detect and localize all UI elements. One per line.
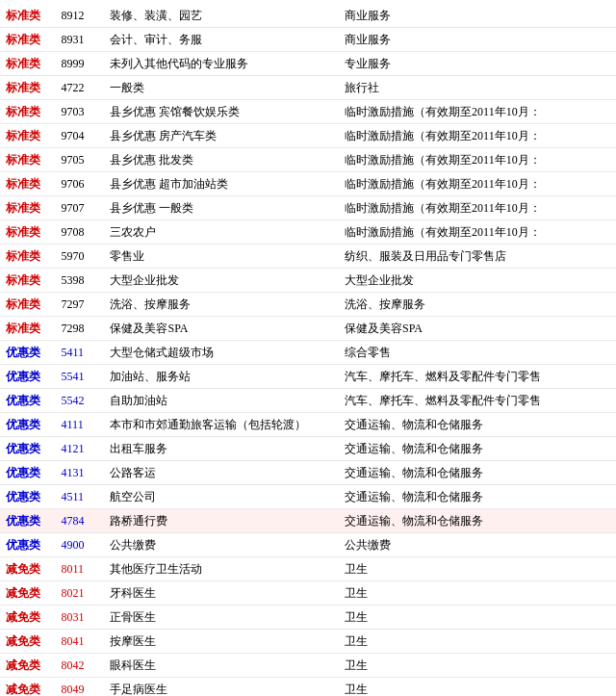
desc-cell: 卫生 <box>339 606 616 630</box>
table-row: 标准类 7298 保健及美容SPA 保健及美容SPA <box>0 317 616 341</box>
name-cell: 手足病医生 <box>104 678 339 697</box>
desc-cell: 临时激励措施（有效期至2011年10月： <box>339 196 616 220</box>
code-cell: 8021 <box>56 581 105 606</box>
desc-cell: 临时激励措施（有效期至2011年10月： <box>339 124 616 148</box>
type-cell: 标准类 <box>0 317 56 341</box>
code-cell: 9704 <box>56 124 105 148</box>
type-cell: 标准类 <box>0 172 56 196</box>
name-cell: 正骨医生 <box>104 606 339 630</box>
code-cell: 7298 <box>56 317 105 341</box>
code-cell: 4131 <box>56 461 105 485</box>
type-cell: 减免类 <box>0 557 56 581</box>
table-row: 标准类 5398 大型企业批发 大型企业批发 <box>0 269 616 293</box>
code-cell: 5970 <box>56 245 105 269</box>
code-cell: 9707 <box>56 196 105 220</box>
type-cell: 标准类 <box>0 124 56 148</box>
name-cell: 公路客运 <box>104 461 339 485</box>
code-cell: 8049 <box>56 678 105 697</box>
data-table: 标准类 8912 装修、装潢、园艺 商业服务 标准类 8931 会计、审计、务服… <box>0 4 616 696</box>
main-container: 标准类 8912 装修、装潢、园艺 商业服务 标准类 8931 会计、审计、务服… <box>0 0 616 696</box>
code-cell: 8931 <box>56 28 105 52</box>
type-cell: 减免类 <box>0 630 56 654</box>
name-cell: 公共缴费 <box>104 533 339 557</box>
name-cell: 一般类 <box>104 76 339 100</box>
type-cell: 减免类 <box>0 606 56 630</box>
table-row: 标准类 7297 洗浴、按摩服务 洗浴、按摩服务 <box>0 293 616 317</box>
name-cell: 三农农户 <box>104 220 339 245</box>
desc-cell: 商业服务 <box>339 4 616 28</box>
type-cell: 标准类 <box>0 4 56 28</box>
desc-cell: 交通运输、物流和仓储服务 <box>339 413 616 437</box>
desc-cell: 旅行社 <box>339 76 616 100</box>
table-row: 标准类 4722 一般类 旅行社 <box>0 76 616 100</box>
type-cell: 优惠类 <box>0 509 56 533</box>
name-cell: 其他医疗卫生活动 <box>104 557 339 581</box>
table-row: 减免类 8011 其他医疗卫生活动 卫生 <box>0 557 616 581</box>
code-cell: 9703 <box>56 100 105 124</box>
desc-cell: 交通运输、物流和仓储服务 <box>339 485 616 509</box>
name-cell: 航空公司 <box>104 485 339 509</box>
type-cell: 优惠类 <box>0 413 56 437</box>
name-cell: 县乡优惠 超市加油站类 <box>104 172 339 196</box>
name-cell: 未列入其他代码的专业服务 <box>104 52 339 76</box>
code-cell: 8912 <box>56 4 105 28</box>
name-cell: 县乡优惠 宾馆餐饮娱乐类 <box>104 100 339 124</box>
code-cell: 4121 <box>56 437 105 461</box>
type-cell: 优惠类 <box>0 533 56 557</box>
code-cell: 4511 <box>56 485 105 509</box>
type-cell: 优惠类 <box>0 365 56 389</box>
desc-cell: 临时激励措施（有效期至2011年10月： <box>339 100 616 124</box>
desc-cell: 汽车、摩托车、燃料及零配件专门零售 <box>339 365 616 389</box>
name-cell: 县乡优惠 房产汽车类 <box>104 124 339 148</box>
table-row: 优惠类 4131 公路客运 交通运输、物流和仓储服务 <box>0 461 616 485</box>
name-cell: 县乡优惠 一般类 <box>104 196 339 220</box>
type-cell: 优惠类 <box>0 437 56 461</box>
table-row: 标准类 9707 县乡优惠 一般类 临时激励措施（有效期至2011年10月： <box>0 196 616 220</box>
type-cell: 优惠类 <box>0 485 56 509</box>
code-cell: 8031 <box>56 606 105 630</box>
table-row: 优惠类 4784 路桥通行费 交通运输、物流和仓储服务 <box>0 509 616 533</box>
type-cell: 优惠类 <box>0 389 56 413</box>
desc-cell: 卫生 <box>339 678 616 697</box>
desc-cell: 洗浴、按摩服务 <box>339 293 616 317</box>
code-cell: 9708 <box>56 220 105 245</box>
code-cell: 4722 <box>56 76 105 100</box>
code-cell: 5542 <box>56 389 105 413</box>
code-cell: 8041 <box>56 630 105 654</box>
name-cell: 出租车服务 <box>104 437 339 461</box>
desc-cell: 公共缴费 <box>339 533 616 557</box>
code-cell: 5541 <box>56 365 105 389</box>
table-row: 减免类 8042 眼科医生 卫生 <box>0 654 616 678</box>
code-cell: 4784 <box>56 509 105 533</box>
table-row: 标准类 9704 县乡优惠 房产汽车类 临时激励措施（有效期至2011年10月： <box>0 124 616 148</box>
table-row: 标准类 9705 县乡优惠 批发类 临时激励措施（有效期至2011年10月： <box>0 148 616 172</box>
type-cell: 标准类 <box>0 28 56 52</box>
code-cell: 8042 <box>56 654 105 678</box>
type-cell: 标准类 <box>0 76 56 100</box>
table-row: 优惠类 4111 本市和市郊通勤旅客运输（包括轮渡） 交通运输、物流和仓储服务 <box>0 413 616 437</box>
type-cell: 标准类 <box>0 52 56 76</box>
name-cell: 保健及美容SPA <box>104 317 339 341</box>
type-cell: 标准类 <box>0 100 56 124</box>
desc-cell: 卫生 <box>339 654 616 678</box>
desc-cell: 大型企业批发 <box>339 269 616 293</box>
code-cell: 9706 <box>56 172 105 196</box>
name-cell: 会计、审计、务服 <box>104 28 339 52</box>
table-row: 标准类 8912 装修、装潢、园艺 商业服务 <box>0 4 616 28</box>
name-cell: 本市和市郊通勤旅客运输（包括轮渡） <box>104 413 339 437</box>
desc-cell: 综合零售 <box>339 341 616 365</box>
table-row: 标准类 9703 县乡优惠 宾馆餐饮娱乐类 临时激励措施（有效期至2011年10… <box>0 100 616 124</box>
name-cell: 零售业 <box>104 245 339 269</box>
desc-cell: 纺织、服装及日用品专门零售店 <box>339 245 616 269</box>
table-row: 减免类 8041 按摩医生 卫生 <box>0 630 616 654</box>
code-cell: 5398 <box>56 269 105 293</box>
table-row: 优惠类 4900 公共缴费 公共缴费 <box>0 533 616 557</box>
name-cell: 装修、装潢、园艺 <box>104 4 339 28</box>
name-cell: 加油站、服务站 <box>104 365 339 389</box>
name-cell: 大型企业批发 <box>104 269 339 293</box>
type-cell: 标准类 <box>0 148 56 172</box>
desc-cell: 交通运输、物流和仓储服务 <box>339 509 616 533</box>
table-row: 优惠类 5542 自助加油站 汽车、摩托车、燃料及零配件专门零售 <box>0 389 616 413</box>
desc-cell: 临时激励措施（有效期至2011年10月： <box>339 172 616 196</box>
table-row: 减免类 8021 牙科医生 卫生 <box>0 581 616 606</box>
